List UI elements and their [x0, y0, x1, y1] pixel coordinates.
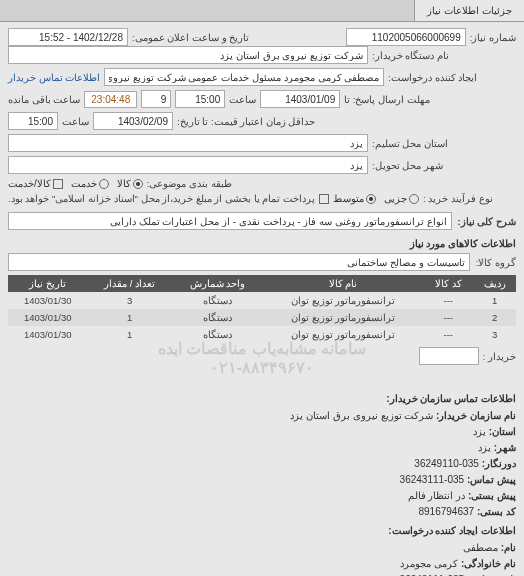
info-province-label: استان:: [489, 426, 516, 437]
time-label-2: ساعت: [62, 116, 89, 127]
radio-partial-label: جزیی: [384, 193, 407, 204]
info-postcode-label: کد بستی:: [477, 506, 516, 517]
cell-name: ترانسفورماتور توزیع توان: [263, 326, 424, 343]
info-fname: مصطفی: [463, 542, 498, 553]
city-input[interactable]: [8, 156, 368, 174]
cell-code: ---: [424, 292, 474, 309]
checkbox-icon[interactable]: [319, 194, 329, 204]
cell-row: 1: [473, 292, 516, 309]
goods-group-label: گروه کالا:: [476, 257, 516, 268]
cell-unit: دستگاه: [172, 326, 263, 343]
radio-medium-label: متوسط: [333, 193, 364, 204]
radio-service-label: خدمت: [71, 178, 97, 189]
radio-service[interactable]: خدمت: [71, 178, 109, 189]
info-fax-label: دورنگار:: [482, 458, 516, 469]
radio-dot-icon: [99, 179, 109, 189]
info-org: شرکت توزیع نیروی برق استان یزد: [290, 410, 433, 421]
th-unit: واحد شمارش: [172, 275, 263, 292]
contact-link[interactable]: اطلاعات تماس خریدار: [8, 72, 100, 83]
location-input[interactable]: [8, 134, 368, 152]
cell-date: 1403/01/30: [8, 309, 88, 326]
item-group-label: طبقه بندی موضوعی:: [147, 178, 232, 189]
process-label: نوع فرآیند خرید :: [423, 193, 493, 204]
radio-goods[interactable]: کالا: [117, 178, 143, 189]
info-pre-label: پیش تماس:: [467, 474, 516, 485]
time-label-1: ساعت: [229, 94, 256, 105]
cell-code: ---: [424, 309, 474, 326]
cell-date: 1403/01/30: [8, 326, 88, 343]
table-row[interactable]: 2 --- ترانسفورماتور توزیع توان دستگاه 1 …: [8, 309, 516, 326]
cell-name: ترانسفورماتور توزیع توان: [263, 292, 424, 309]
radio-dot-icon: [409, 194, 419, 204]
buyer-input[interactable]: [8, 46, 368, 64]
cell-unit: دستگاه: [172, 309, 263, 326]
table-row[interactable]: 1 --- ترانسفورماتور توزیع توان دستگاه 3 …: [8, 292, 516, 309]
cell-qty: 1: [88, 326, 172, 343]
cell-qty: 1: [88, 309, 172, 326]
creator-title: اطلاعات ایجاد کننده درخواست:: [8, 523, 516, 538]
deadline-time-input[interactable]: [175, 90, 225, 108]
remain-label: ساعت باقی مانده: [8, 94, 80, 105]
pub-date-input[interactable]: [8, 28, 128, 46]
cell-code: ---: [424, 326, 474, 343]
validity-date-input[interactable]: [93, 112, 173, 130]
validity-time-input[interactable]: [8, 112, 58, 130]
cell-unit: دستگاه: [172, 292, 263, 309]
goods-table: ردیف کد کالا نام کالا واحد شمارش تعداد /…: [8, 275, 516, 343]
cell-row: 3: [473, 326, 516, 343]
requester-input[interactable]: [104, 68, 384, 86]
radio-goods-label: کالا: [117, 178, 131, 189]
cell-row: 2: [473, 309, 516, 326]
process-note: پرداخت تمام یا بخشی از مبلغ خرید،از محل …: [8, 193, 315, 204]
radio-medium[interactable]: متوسط: [333, 193, 376, 204]
tab-details[interactable]: جزئیات اطلاعات نیاز: [414, 0, 524, 21]
requester-label: ایجاد کننده درخواست:: [388, 72, 477, 83]
cell-date: 1403/01/30: [8, 292, 88, 309]
radio-dot-icon: [133, 179, 143, 189]
info-lname: کرمی مجومرد: [400, 558, 458, 569]
cell-name: ترانسفورماتور توزیع توان: [263, 309, 424, 326]
info-org-label: نام سازمان خریدار:: [436, 410, 516, 421]
info-city: یزد: [478, 442, 491, 453]
req-no-label: شماره نیاز:: [470, 32, 516, 43]
info-title: اطلاعات تماس سازمان خریدار:: [8, 391, 516, 406]
req-no-input[interactable]: [346, 28, 466, 46]
desc-label: شرح کلی نیاز:: [458, 216, 516, 227]
deadline-date-input[interactable]: [260, 90, 340, 108]
city-label: شهر محل تحویل:: [372, 160, 443, 171]
radio-both[interactable]: کالا/خدمت: [8, 178, 63, 189]
table-row[interactable]: 3 --- ترانسفورماتور توزیع توان دستگاه 1 …: [8, 326, 516, 343]
info-fax: 035-36249110: [414, 458, 479, 469]
pub-date-label: تاریخ و ساعت اعلان عمومی:: [132, 32, 249, 43]
info-province: یزد: [473, 426, 486, 437]
desc-input[interactable]: [8, 212, 452, 230]
goods-section-title: اطلاعات کالاهای مورد نیاز: [8, 238, 516, 249]
days-remain-input: [141, 90, 171, 108]
th-name: نام کالا: [263, 275, 424, 292]
validity-label: حداقل زمان اعتبار قیمت: تا تاریخ:: [177, 116, 315, 127]
radio-dot-icon: [366, 194, 376, 204]
buyer-label: نام دستگاه خریدار:: [372, 50, 449, 61]
buyer2-label: خریدار :: [483, 351, 516, 362]
th-date: تاریخ نیاز: [8, 275, 88, 292]
location-label: استان محل تسلیم:: [372, 138, 448, 149]
checkbox-icon: [53, 179, 63, 189]
time-remain-box: 23:04:48: [84, 91, 137, 108]
cell-qty: 3: [88, 292, 172, 309]
th-qty: تعداد / مقدار: [88, 275, 172, 292]
info-post: در انتظار فالم: [408, 490, 466, 501]
deadline-label: مهلت ارسال پاسخ: تا: [344, 94, 430, 105]
radio-both-label: کالا/خدمت: [8, 178, 51, 189]
info-city-label: شهر:: [494, 442, 516, 453]
info-lname-label: نام خانوادگی:: [461, 558, 516, 569]
radio-partial[interactable]: جزیی: [384, 193, 419, 204]
info-postcode: 8916794637: [418, 506, 474, 517]
th-row: ردیف: [473, 275, 516, 292]
buyer2-input[interactable]: [419, 347, 479, 365]
info-pre: 035-36243111: [400, 474, 465, 485]
info-fname-label: نام:: [501, 542, 516, 553]
info-post-label: پیش بستی:: [468, 490, 516, 501]
th-code: کد کالا: [424, 275, 474, 292]
goods-group-input[interactable]: [8, 253, 470, 271]
